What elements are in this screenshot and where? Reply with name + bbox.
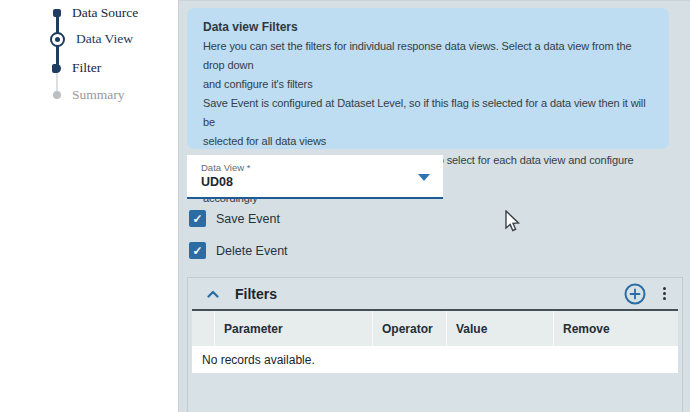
info-banner-paragraph: Save Event is configured at Dataset Leve… bbox=[203, 94, 653, 151]
info-banner: Data view Filters Here you can set the f… bbox=[187, 8, 669, 149]
save-event-checkbox-row[interactable]: ✓ Save Event bbox=[189, 210, 280, 227]
checkbox-checked-icon[interactable]: ✓ bbox=[189, 242, 206, 259]
step-current-radio-icon bbox=[50, 32, 65, 47]
filters-panel-title: Filters bbox=[235, 286, 624, 302]
step-done-dot-icon bbox=[52, 64, 61, 73]
info-banner-title: Data view Filters bbox=[203, 18, 653, 37]
filters-table-header: Parameter Operator Value Remove bbox=[192, 311, 678, 346]
empty-table-message: No records available. bbox=[192, 346, 678, 373]
chevron-up-icon[interactable] bbox=[207, 290, 219, 298]
info-banner-paragraph: Here you can set the filters for individ… bbox=[203, 37, 653, 94]
data-view-value: UD08 bbox=[201, 174, 443, 191]
step-done-dot-icon bbox=[53, 9, 61, 17]
filters-table: Parameter Operator Value Remove No recor… bbox=[192, 309, 678, 373]
column-header-parameter[interactable]: Parameter bbox=[214, 311, 372, 346]
stepper-item-data-source[interactable]: Data Source bbox=[50, 5, 138, 21]
step-label: Data View bbox=[76, 31, 133, 47]
wizard-stepper: Data Source Data View Filter Summary bbox=[0, 0, 178, 412]
step-label: Data Source bbox=[72, 5, 138, 21]
dropdown-arrow-icon[interactable] bbox=[418, 174, 430, 181]
filters-panel-header: Filters bbox=[188, 278, 682, 309]
main-content: Data view Filters Here you can set the f… bbox=[178, 0, 690, 412]
stepper-item-filter[interactable]: Filter bbox=[50, 60, 101, 76]
mouse-cursor-icon bbox=[504, 210, 522, 238]
stepper-item-summary[interactable]: Summary bbox=[50, 87, 125, 103]
delete-event-checkbox-row[interactable]: ✓ Delete Event bbox=[189, 242, 288, 259]
checkbox-checked-icon[interactable]: ✓ bbox=[189, 210, 206, 227]
step-label: Filter bbox=[72, 60, 101, 76]
data-view-label: Data View * bbox=[201, 161, 443, 174]
data-view-filters-screen: Data Source Data View Filter Summary Dat… bbox=[0, 0, 690, 412]
save-event-label: Save Event bbox=[216, 212, 280, 226]
plus-circle-icon[interactable] bbox=[624, 283, 646, 305]
filters-panel: Filters Parameter Operator Value Remove bbox=[187, 277, 683, 412]
column-header-blank bbox=[192, 311, 214, 346]
step-label: Summary bbox=[72, 87, 125, 103]
column-header-value[interactable]: Value bbox=[446, 311, 553, 346]
kebab-menu-icon[interactable] bbox=[662, 285, 666, 302]
stepper-item-data-view[interactable]: Data View bbox=[50, 31, 133, 47]
data-view-dropdown[interactable]: Data View * UD08 bbox=[187, 155, 443, 199]
step-pending-dot-icon bbox=[53, 91, 61, 99]
column-header-remove[interactable]: Remove bbox=[553, 311, 678, 346]
column-header-operator[interactable]: Operator bbox=[372, 311, 446, 346]
delete-event-label: Delete Event bbox=[216, 244, 288, 258]
